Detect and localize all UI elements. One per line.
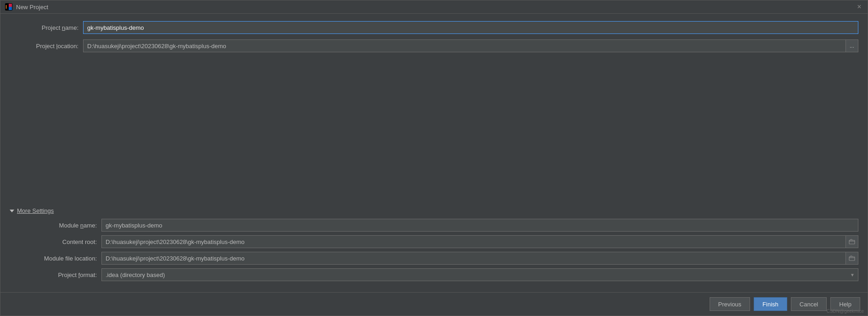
more-settings-toggle[interactable]: More Settings xyxy=(10,207,858,214)
module-name-label: Module name: xyxy=(10,222,101,229)
app-icon: I xyxy=(5,3,12,11)
cancel-button[interactable]: Cancel xyxy=(791,297,827,311)
project-name-label: Project name: xyxy=(10,24,83,31)
module-name-input[interactable] xyxy=(101,219,858,232)
more-settings-label: More Settings xyxy=(17,207,54,214)
module-file-location-field-group xyxy=(101,252,858,265)
project-format-label: Project format: xyxy=(10,272,101,278)
content-root-input[interactable] xyxy=(101,235,846,248)
more-settings-section: More Settings Module name: Content root: xyxy=(10,207,858,285)
content-root-row: Content root: xyxy=(10,235,858,248)
project-name-row: Project name: xyxy=(10,21,858,34)
project-format-select[interactable]: .idea (directory based) .ipr (file based… xyxy=(101,268,858,281)
content-root-field-group xyxy=(101,235,858,248)
project-name-input[interactable] xyxy=(83,21,858,34)
browse-button[interactable]: ... xyxy=(846,39,858,52)
svg-rect-3 xyxy=(9,4,12,7)
svg-rect-4 xyxy=(849,240,855,244)
module-file-location-browse-button[interactable] xyxy=(846,252,858,265)
svg-rect-2 xyxy=(9,7,12,10)
watermark-text: CSDN@geekmice xyxy=(827,309,864,314)
project-location-field-group: ... xyxy=(83,39,858,52)
project-location-row: Project location: ... xyxy=(10,39,858,52)
previous-button[interactable]: Previous xyxy=(710,297,750,311)
close-button[interactable]: × xyxy=(856,3,863,11)
project-location-label: Project location: xyxy=(10,43,83,50)
module-file-location-row: Module file location: xyxy=(10,252,858,265)
more-settings-content: Module name: Content root: xyxy=(10,219,858,281)
project-location-input[interactable] xyxy=(83,39,846,52)
title-bar: I New Project × xyxy=(0,0,868,14)
content-root-browse-button[interactable] xyxy=(846,235,858,248)
new-project-dialog: I New Project × Project name: Project lo… xyxy=(0,0,868,316)
module-file-location-input[interactable] xyxy=(101,252,846,265)
svg-text:I: I xyxy=(6,4,7,10)
dialog-title: New Project xyxy=(16,4,852,11)
dialog-footer: Previous Finish Cancel Help xyxy=(0,292,868,316)
dialog-content: Project name: Project location: ... More… xyxy=(0,14,868,292)
module-file-location-label: Module file location: xyxy=(10,255,101,262)
content-root-label: Content root: xyxy=(10,238,101,245)
module-name-row: Module name: xyxy=(10,219,858,232)
expand-icon xyxy=(10,210,14,212)
svg-rect-5 xyxy=(849,257,855,261)
project-format-select-wrapper: .idea (directory based) .ipr (file based… xyxy=(101,268,858,281)
project-format-row: Project format: .idea (directory based) … xyxy=(10,268,858,281)
finish-button[interactable]: Finish xyxy=(754,297,787,311)
